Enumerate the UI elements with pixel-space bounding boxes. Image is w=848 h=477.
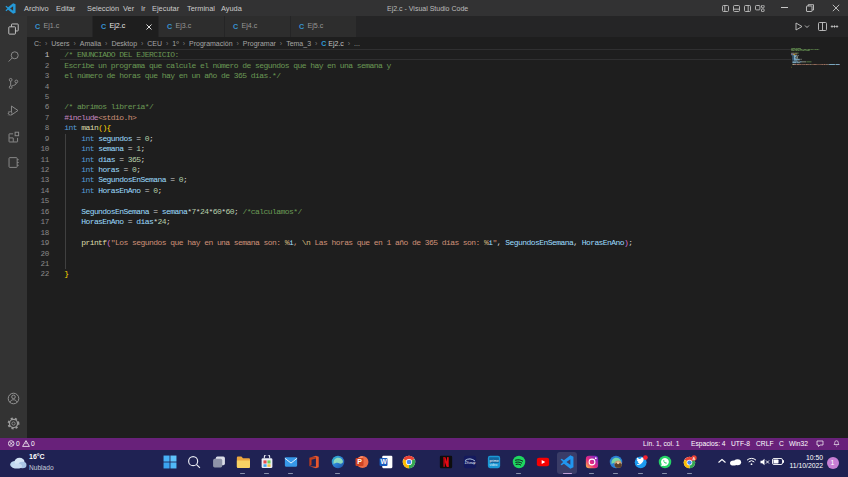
svg-text:W: W [380, 459, 387, 466]
svg-text:video: video [490, 463, 498, 467]
svg-text:A: A [692, 456, 695, 461]
svg-text:P: P [357, 459, 362, 466]
svg-text:+: + [473, 462, 475, 466]
